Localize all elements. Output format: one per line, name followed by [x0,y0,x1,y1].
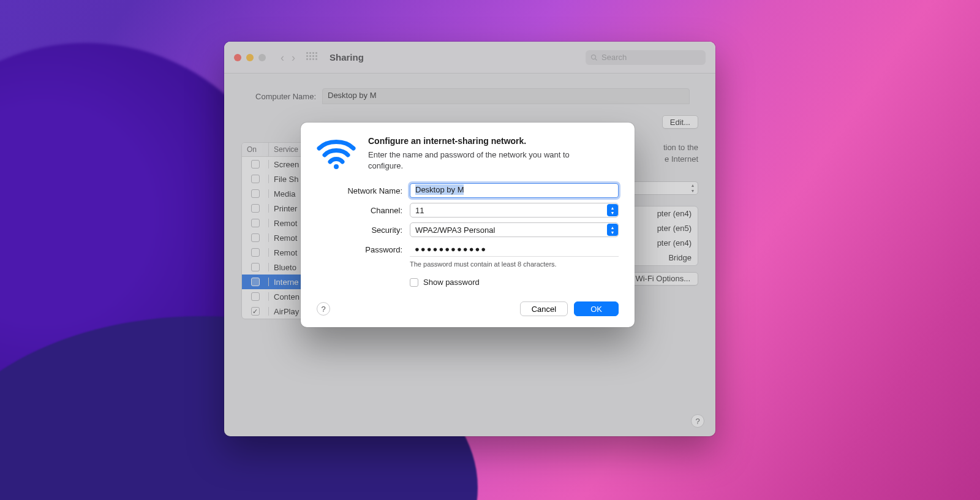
cancel-button[interactable]: Cancel [520,301,568,316]
password-field[interactable]: ●●●●●●●●●●●● [410,242,619,257]
port-label: pter (en5) [657,224,692,233]
wifi-options-button[interactable]: Wi-Fi Options... [627,272,698,286]
wifi-icon [317,136,356,172]
channel-label: Channel: [317,206,402,215]
password-label: Password: [317,245,402,254]
dialog-subtitle: Enter the name and password of the netwo… [368,150,589,172]
network-name-field[interactable]: Desktop by M [410,183,619,198]
computer-name-label: Computer Name: [241,92,316,101]
chevron-up-down-icon: ▲▼ [688,182,698,194]
search-input[interactable]: Search [586,50,706,65]
computer-name-field[interactable]: Desktop by M [322,88,690,104]
service-checkbox[interactable] [251,160,260,169]
password-hint: The password must contain at least 8 cha… [410,260,619,268]
chevron-up-down-icon: ▲▼ [607,204,618,216]
close-window-button[interactable] [234,54,241,61]
service-checkbox[interactable] [251,233,260,242]
window-controls [234,54,266,61]
security-label: Security: [317,225,402,235]
show-all-icon[interactable] [306,52,317,63]
chevron-up-down-icon: ▲▼ [607,224,618,236]
edit-button[interactable]: Edit... [662,115,698,129]
port-label: Bridge [668,253,692,262]
service-checkbox[interactable] [251,307,260,316]
show-password-label: Show password [423,278,480,287]
dialog-title: Configure an internet-sharing network. [368,136,589,146]
minimize-window-button[interactable] [246,54,254,61]
search-placeholder: Search [601,53,627,62]
network-name-label: Network Name: [317,186,402,195]
show-password-checkbox[interactable] [410,278,418,287]
service-checkbox[interactable] [251,204,260,213]
service-checkbox[interactable] [251,189,260,198]
back-button[interactable]: ‹ [281,52,284,63]
zoom-window-button[interactable] [258,54,266,61]
port-label: pter (en4) [657,209,692,218]
service-checkbox[interactable] [251,278,260,286]
nav-arrows: ‹ › [281,52,295,63]
titlebar: ‹ › Sharing Search [224,42,715,74]
service-checkbox[interactable] [251,248,260,257]
security-select[interactable]: WPA2/WPA3 Personal ▲▼ [410,222,619,237]
window-title: Sharing [330,52,364,63]
configure-network-dialog: Configure an internet-sharing network. E… [301,123,635,327]
help-button[interactable]: ? [691,414,704,428]
svg-point-0 [592,55,596,59]
service-checkbox[interactable] [251,175,260,183]
service-checkbox[interactable] [251,263,260,271]
column-on: On [242,143,269,156]
port-label: pter (en4) [657,238,692,248]
service-checkbox[interactable] [251,292,260,301]
service-checkbox[interactable] [251,219,260,227]
svg-point-2 [334,164,339,169]
channel-select[interactable]: 11 ▲▼ [410,203,619,218]
ok-button[interactable]: OK [574,301,619,316]
forward-button[interactable]: › [292,52,295,63]
dialog-help-button[interactable]: ? [317,302,330,316]
svg-line-1 [595,58,597,60]
search-icon [590,54,598,61]
